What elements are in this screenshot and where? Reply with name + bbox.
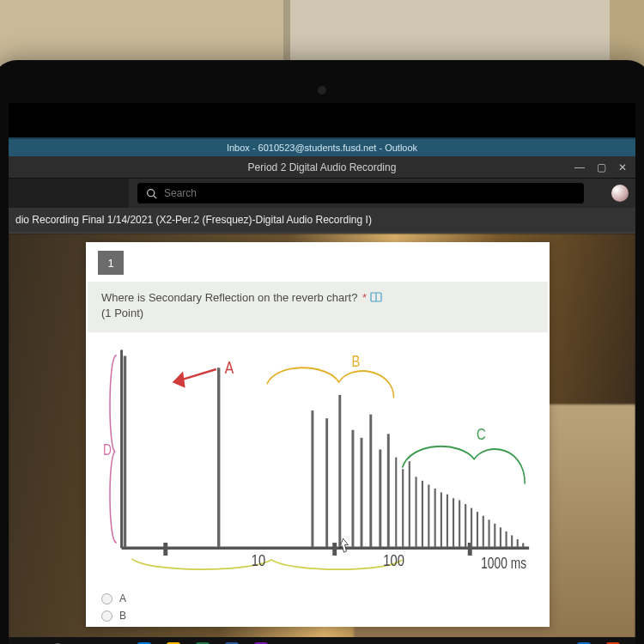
radio-icon	[101, 611, 112, 622]
window-title: Period 2 Digital Audio Recording	[248, 161, 397, 173]
svg-line-1	[154, 195, 156, 197]
chart-tick-100: 100	[383, 552, 404, 570]
chart-label-c: C	[477, 426, 486, 444]
svg-point-0	[148, 189, 155, 196]
search-box[interactable]	[137, 183, 584, 204]
immersive-reader-icon[interactable]	[370, 292, 382, 302]
browser-tab-label: Inbox - 6010523@students.fusd.net - Outl…	[227, 143, 417, 153]
forms-card: 1 Where is Secondary Reflection on the r…	[86, 242, 550, 627]
reverb-chart-image: A D B C	[86, 332, 550, 589]
window-maximize-button[interactable]: ▢	[597, 161, 606, 173]
breadcrumb: dio Recording Final 1/14/2021 (X2-Per.2 …	[9, 208, 635, 234]
breadcrumb-text: dio Recording Final 1/14/2021 (X2-Per.2 …	[15, 214, 372, 226]
app-header	[9, 179, 635, 208]
option-b[interactable]: B	[101, 610, 534, 622]
window-titlebar: Period 2 Digital Audio Recording — ▢ ✕	[9, 156, 635, 179]
chart-tick-1000: 1000 ms	[481, 556, 526, 572]
question-points: (1 Point)	[101, 307, 143, 319]
question-block: Where is Secondary Reflection on the rev…	[88, 282, 548, 332]
option-b-label: B	[119, 610, 126, 622]
webcam	[318, 86, 326, 94]
user-avatar[interactable]	[611, 185, 629, 202]
answer-options: A B	[86, 589, 550, 627]
laptop-frame: Inbox - 6010523@students.fusd.net - Outl…	[0, 60, 644, 644]
option-a-label: A	[119, 592, 126, 605]
chart-label-d: D	[103, 441, 112, 458]
window-minimize-button[interactable]: —	[574, 161, 585, 173]
question-number-badge: 1	[98, 251, 124, 275]
browser-tab[interactable]: Inbox - 6010523@students.fusd.net - Outl…	[9, 137, 635, 156]
window-close-button[interactable]: ✕	[618, 161, 627, 173]
search-input[interactable]	[164, 187, 575, 199]
chart-label-a: A	[225, 358, 234, 377]
chart-tick-10: 10	[252, 552, 265, 570]
chart-label-b: B	[351, 353, 360, 371]
windows-taskbar[interactable]: ⌕ ◯ ⊞	[9, 637, 635, 644]
option-a[interactable]: A	[101, 592, 534, 605]
screen: Inbox - 6010523@students.fusd.net - Outl…	[9, 137, 635, 644]
radio-icon	[101, 593, 112, 605]
svg-marker-7	[174, 374, 185, 386]
content-area: 1 Where is Secondary Reflection on the r…	[9, 234, 635, 644]
required-mark: *	[362, 291, 367, 304]
search-icon	[146, 188, 157, 199]
question-text: Where is Secondary Reflection on the rev…	[101, 291, 357, 304]
